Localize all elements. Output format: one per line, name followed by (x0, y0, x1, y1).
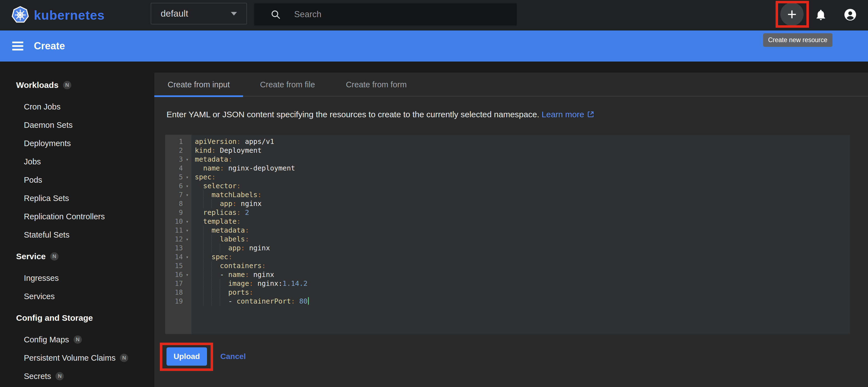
token-plain: nginx-deployment (224, 164, 295, 172)
fold-toggle-icon[interactable]: ▾ (183, 235, 191, 244)
token-key: ports (228, 288, 249, 296)
sidebar-item-services[interactable]: Services (0, 287, 154, 306)
sidebar-item-deployments[interactable]: Deployments (0, 134, 154, 152)
sidebar-item-replication-controllers[interactable]: Replication Controllers (0, 207, 154, 226)
code-text: name: nginx-deployment (191, 164, 850, 173)
indent-guide (203, 199, 204, 208)
sidebar-item-label: Cron Jobs (24, 102, 61, 111)
sidebar-item-label: Config Maps (24, 335, 69, 344)
sidebar-item-jobs[interactable]: Jobs (0, 152, 154, 171)
tab-create-from-input[interactable]: Create from input (154, 73, 243, 97)
fold-toggle-icon[interactable]: ▾ (183, 182, 191, 190)
token-colon: : (249, 279, 253, 287)
line-number: 5 (165, 173, 183, 182)
code-line: 3▾metadata: (165, 155, 850, 164)
page-header: Create (0, 31, 868, 62)
sidebar-item-stateful-sets[interactable]: Stateful Sets (0, 226, 154, 244)
indent-guide (203, 226, 204, 235)
token-colon: : (212, 146, 216, 154)
line-number: 8 (165, 199, 183, 208)
token-colon: : (232, 200, 237, 208)
code-text: matchLabels: (191, 190, 850, 199)
token-colon: : (237, 138, 241, 145)
token-plain: nginx (245, 244, 270, 252)
line-number: 10 (165, 217, 183, 226)
code-text: apiVersion: apps/v1 (191, 137, 850, 146)
new-badge: N (63, 81, 71, 89)
token-plain (195, 200, 220, 208)
sidebar-item-config-maps[interactable]: Config MapsN (0, 330, 154, 349)
token-num: 1.14.2 (282, 279, 307, 287)
indent-guide (203, 279, 204, 288)
line-number: 1 (165, 137, 183, 146)
kubernetes-logo[interactable]: kubernetes (11, 6, 104, 24)
create-new-resource-button[interactable]: + (780, 2, 804, 26)
sidebar-item-cron-jobs[interactable]: Cron Jobs (0, 98, 154, 116)
fold-toggle-icon[interactable]: ▾ (183, 190, 191, 199)
tab-create-from-form[interactable]: Create from form (332, 73, 421, 97)
token-key: metadata (212, 226, 245, 234)
cancel-button[interactable]: Cancel (220, 347, 246, 366)
token-key: containers (220, 262, 262, 270)
code-line: 1apiVersion: apps/v1 (165, 137, 850, 146)
token-plain: nginx: (253, 279, 282, 287)
tab-label: Create from form (346, 80, 406, 89)
code-text: app: nginx (191, 199, 850, 208)
token-key: labels (220, 235, 245, 243)
line-number: 9 (165, 208, 183, 217)
code-text: spec: (191, 252, 850, 261)
code-line: 12▾ labels: (165, 235, 850, 244)
page-title: Create (34, 31, 65, 62)
fold-spacer (183, 208, 191, 217)
sidebar-item-replica-sets[interactable]: Replica Sets (0, 189, 154, 207)
sidebar-item-daemon-sets[interactable]: Daemon Sets (0, 116, 154, 134)
namespace-selected-value: default (161, 8, 188, 19)
new-badge: N (56, 372, 64, 380)
token-key: template (203, 217, 237, 225)
fold-toggle-icon[interactable]: ▾ (183, 252, 191, 261)
brand-wordmark: kubernetes (34, 8, 104, 23)
upload-button[interactable]: Upload (166, 347, 207, 366)
code-line: 18 ports: (165, 288, 850, 297)
sidebar-header-service[interactable]: ServiceN (0, 247, 154, 266)
sidebar-item-pods[interactable]: Pods (0, 171, 154, 189)
sidebar-item-label: Pods (24, 175, 42, 185)
code-text: ports: (191, 288, 850, 297)
menu-hamburger-icon[interactable] (12, 42, 23, 52)
line-number: 7 (165, 190, 183, 199)
sidebar-item-persistent-volume-claims[interactable]: Persistent Volume ClaimsN (0, 349, 154, 367)
search-input[interactable]: Search (254, 3, 517, 26)
yaml-code-editor[interactable]: 1apiVersion: apps/v12kind: Deployment3▾m… (165, 135, 850, 334)
token-colon: : (212, 173, 216, 181)
sidebar-item-secrets[interactable]: SecretsN (0, 367, 154, 385)
fold-spacer (183, 199, 191, 208)
notifications-bell-icon[interactable] (815, 9, 827, 21)
sidebar-header-workloads[interactable]: WorkloadsN (0, 76, 154, 94)
indent-guide (203, 252, 204, 261)
token-plain: Deployment (216, 146, 262, 154)
text-cursor (308, 297, 309, 305)
search-icon (270, 9, 281, 20)
code-line: 10▾ template: (165, 217, 850, 226)
fold-toggle-icon[interactable]: ▾ (183, 217, 191, 226)
fold-toggle-icon[interactable]: ▾ (183, 270, 191, 279)
account-avatar-icon[interactable] (844, 8, 857, 21)
line-number: 16 (165, 270, 183, 279)
tab-create-from-file[interactable]: Create from file (243, 73, 332, 97)
fold-toggle-icon[interactable]: ▾ (183, 155, 191, 164)
fold-spacer (183, 279, 191, 288)
fold-toggle-icon[interactable]: ▾ (183, 226, 191, 235)
token-colon: : (245, 235, 249, 243)
code-text: spec: (191, 173, 850, 182)
sidebar-item-ingresses[interactable]: Ingresses (0, 269, 154, 287)
namespace-selector[interactable]: default (151, 3, 247, 24)
code-line: 2kind: Deployment (165, 146, 850, 155)
chevron-down-icon (231, 12, 237, 15)
learn-more-link[interactable]: Learn more (542, 110, 584, 119)
sidebar-header-config-and-storage[interactable]: Config and Storage (0, 309, 154, 327)
sidebar-header-label: Workloads (16, 80, 59, 90)
code-text: metadata: (191, 226, 850, 235)
line-number: 3 (165, 155, 183, 164)
fold-toggle-icon[interactable]: ▾ (183, 173, 191, 182)
indent-guide (203, 235, 204, 244)
